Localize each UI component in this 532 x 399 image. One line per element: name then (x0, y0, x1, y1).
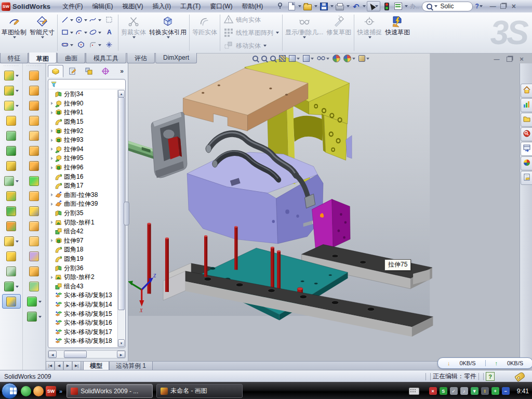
tree-item-曲面-拉伸39[interactable]: 曲面-拉伸39 (49, 200, 118, 209)
tab-评估[interactable]: 评估 (127, 53, 155, 63)
delete-body-button[interactable] (23, 204, 45, 219)
hide-show-items-button[interactable] (317, 55, 329, 62)
trim-button[interactable]: 剪裁实体 (119, 12, 148, 53)
sketch-button[interactable]: 草图绘制 (0, 12, 28, 53)
display-delete-button[interactable]: 显示/删除几... (284, 12, 325, 53)
reference-plane-button[interactable] (0, 249, 22, 264)
search-box[interactable] (422, 2, 473, 11)
doc-tab-运动算例 1[interactable]: 运动算例 1 (109, 362, 153, 370)
traffic-monitor-icon[interactable]: − (502, 387, 510, 395)
sketch-dropdown-icon[interactable] (13, 36, 16, 38)
tab-曲面[interactable]: 曲面 (57, 53, 85, 63)
sketch-fillet-dropdown-icon[interactable] (98, 44, 101, 46)
ellipse-dropdown-icon[interactable] (98, 32, 101, 34)
nav-prev-button[interactable]: ◀ (55, 362, 63, 370)
fillet-face-button[interactable] (23, 279, 45, 294)
doc-minimize-button[interactable]: — (493, 56, 501, 62)
move-button[interactable]: 移动实体 (223, 40, 279, 52)
file-explorer-button[interactable] (521, 113, 532, 127)
tree-item-拉伸95[interactable]: 拉伸95 (49, 154, 118, 163)
tree-item-分割35[interactable]: 分割35 (49, 209, 118, 218)
tree-item-圆角17[interactable]: 圆角17 (49, 181, 118, 191)
derived-sketch-button[interactable] (0, 234, 22, 249)
shell-button[interactable] (0, 128, 22, 143)
selection-box-tool-button[interactable] (102, 14, 116, 26)
tree-item-曲面-拉伸38[interactable]: 曲面-拉伸38 (49, 191, 118, 200)
spline-tool-button[interactable] (88, 14, 102, 26)
scroll-up-icon[interactable]: ▲ (118, 90, 125, 98)
undo-dropdown-icon[interactable] (363, 5, 366, 7)
view-settings-dropdown-icon[interactable] (366, 58, 369, 60)
tree-horizontal-scrollbar[interactable]: ◀ ▶ (48, 350, 126, 358)
help-dropdown-icon[interactable] (480, 5, 483, 7)
spline-tool-dropdown-icon[interactable] (16, 286, 19, 288)
extruded-cut-dropdown-icon[interactable] (16, 90, 19, 92)
expand-icon[interactable] (51, 203, 53, 206)
text-tool-button[interactable]: A (102, 26, 116, 39)
menu-视图V[interactable]: 视图(V) (118, 1, 148, 12)
tree-item-拉伸96[interactable]: 拉伸96 (49, 163, 118, 172)
menu-工具T[interactable]: 工具(T) (176, 1, 205, 12)
fm-tab-configuration-manager[interactable] (81, 65, 97, 77)
nav-first-button[interactable]: |◀ (46, 362, 55, 370)
boundary-boss-button[interactable] (23, 113, 45, 128)
fm-tab-featuremanager-tree[interactable] (48, 65, 63, 77)
knit-surface-button[interactable] (23, 234, 45, 249)
section-view-button[interactable] (279, 55, 286, 62)
tree-item-实体-移动/复制16[interactable]: 实体-移动/复制16 (49, 318, 118, 328)
chamfer-button[interactable] (0, 113, 22, 128)
pattern-button[interactable] (0, 174, 22, 189)
spline-surface-dropdown-icon[interactable] (38, 316, 42, 318)
task-list-dropdown-icon[interactable] (405, 5, 408, 7)
deform-button[interactable] (23, 143, 45, 158)
expand-icon[interactable] (51, 111, 53, 114)
lofted-boss-button[interactable] (23, 98, 45, 113)
circle-dropdown-icon[interactable] (84, 19, 87, 21)
fillet-dropdown-icon[interactable] (16, 105, 19, 107)
keyboard-layout-icon[interactable] (409, 388, 419, 395)
tree-filter-row[interactable] (48, 79, 125, 89)
expand-icon[interactable] (51, 102, 53, 105)
system-gear-icon[interactable]: ✓ (450, 387, 458, 395)
view-orientation-button[interactable] (289, 55, 300, 62)
tree-item-实体-移动/复制17[interactable]: 实体-移动/复制17 (49, 327, 118, 337)
expand-icon[interactable] (51, 148, 53, 151)
spline-surface-button[interactable] (23, 309, 45, 324)
volume-icon[interactable]: ♪ (460, 387, 468, 395)
expand-icon[interactable] (51, 221, 53, 224)
tab-DimXpert[interactable]: DimXpert (155, 53, 197, 63)
toolbar-overflow[interactable]: 办.. (410, 3, 419, 10)
expand-icon[interactable] (51, 129, 53, 132)
pattern-dropdown-icon[interactable] (16, 180, 19, 182)
thicken-button[interactable] (23, 249, 45, 264)
new-document-dropdown-icon[interactable] (298, 5, 301, 7)
mirror-button[interactable]: 镜向实体 (223, 14, 279, 26)
sync-device-icon[interactable]: ▼ (471, 387, 478, 395)
edit-appearance-button[interactable] (332, 55, 340, 62)
rectangle-tool-button[interactable] (60, 26, 74, 39)
linear-pattern-button[interactable]: 线性草图阵列 (223, 27, 279, 39)
tree-item-拉伸94[interactable]: 拉伸94 (49, 145, 118, 154)
rectangle-dropdown-icon[interactable] (70, 32, 73, 34)
quicklaunch-overflow-icon[interactable]: » (59, 388, 62, 394)
dome-solid-button[interactable] (23, 294, 45, 309)
quick-snap-button[interactable]: 快速捕捉 (355, 12, 383, 53)
tree-item-拉伸93[interactable]: 拉伸93 (49, 136, 118, 145)
spline-tool-button[interactable] (0, 279, 22, 294)
tree-item-圆角15[interactable]: 圆角15 (49, 117, 118, 127)
move-copy-body-button[interactable] (0, 219, 22, 234)
undo-button[interactable]: ↶ (351, 2, 361, 11)
display-style-dropdown-icon[interactable] (311, 58, 314, 60)
task-list-button[interactable] (393, 2, 403, 11)
spline-dropdown-icon[interactable] (98, 19, 101, 21)
tree-item-实体-移动/复制15[interactable]: 实体-移动/复制15 (49, 309, 118, 318)
surface-box-button[interactable] (23, 219, 45, 234)
convert-dropdown-icon[interactable] (167, 36, 170, 38)
offset-button[interactable]: 等距实体 (191, 12, 219, 53)
tree-item-组合42[interactable]: 组合42 (49, 227, 118, 236)
scrollbar-thumb[interactable] (64, 351, 87, 358)
tree-item-实体-移动/复制13[interactable]: 实体-移动/复制13 (49, 291, 118, 300)
minimize-button[interactable]: — (488, 3, 498, 10)
custom-properties-button[interactable] (521, 171, 532, 185)
download-manager-button[interactable] (33, 386, 44, 396)
